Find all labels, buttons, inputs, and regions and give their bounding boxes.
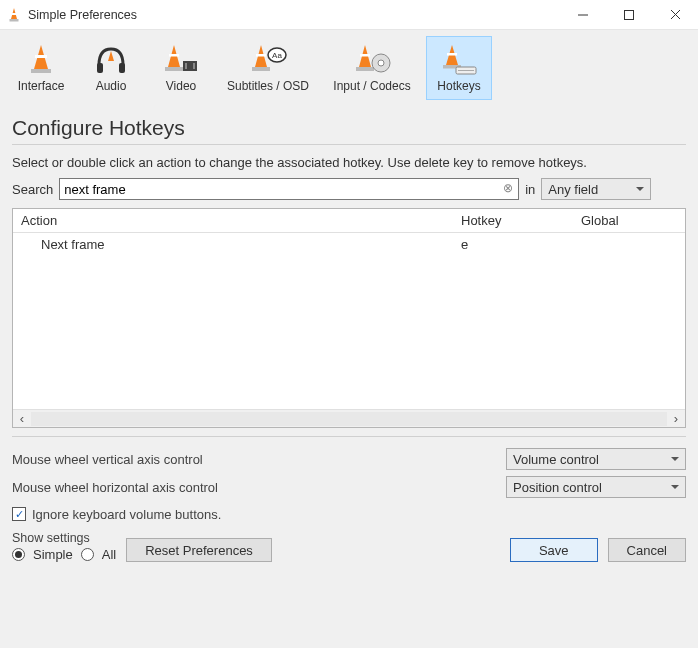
tab-hotkeys[interactable]: Hotkeys [426, 36, 492, 100]
tab-interface[interactable]: Interface [8, 36, 74, 100]
svg-rect-26 [356, 67, 374, 71]
window-title: Simple Preferences [28, 8, 560, 22]
divider [12, 436, 686, 437]
search-input[interactable] [59, 178, 519, 200]
svg-marker-12 [108, 51, 114, 61]
ignore-kb-label: Ignore keyboard volume buttons. [32, 507, 221, 522]
instruction-text: Select or double click an action to chan… [12, 155, 686, 170]
cone-icon [17, 41, 65, 77]
svg-rect-9 [31, 69, 51, 73]
table-body: Next frame e [13, 233, 685, 409]
select-value: Position control [513, 480, 602, 495]
radio-all[interactable] [81, 548, 94, 561]
minimize-button[interactable] [560, 0, 606, 30]
scroll-right-icon[interactable]: › [667, 411, 685, 426]
speech-cone-icon: Aa [244, 41, 292, 77]
search-row: Search ⊗ in Any field [12, 178, 686, 200]
film-cone-icon [157, 41, 205, 77]
cancel-button[interactable]: Cancel [608, 538, 686, 562]
mouse-vert-label: Mouse wheel vertical axis control [12, 452, 506, 467]
table-row[interactable]: Next frame e [13, 233, 685, 255]
content-area: Configure Hotkeys Select or double click… [0, 100, 698, 527]
tab-label: Interface [18, 79, 65, 93]
scroll-track[interactable] [31, 412, 667, 426]
titlebar: Simple Preferences [0, 0, 698, 30]
table-header: Action Hotkey Global [13, 209, 685, 233]
mouse-horiz-label: Mouse wheel horizontal axis control [12, 480, 506, 495]
disc-cone-icon [348, 41, 396, 77]
svg-rect-20 [256, 54, 266, 57]
close-button[interactable] [652, 0, 698, 30]
svg-rect-17 [185, 63, 187, 69]
svg-point-28 [378, 60, 384, 66]
radio-simple[interactable] [12, 548, 25, 561]
clear-search-icon[interactable]: ⊗ [501, 181, 515, 195]
page-heading: Configure Hotkeys [12, 116, 686, 140]
mouse-horiz-row: Mouse wheel horizontal axis control Posi… [12, 473, 686, 501]
col-global[interactable]: Global [573, 213, 685, 228]
tab-label: Video [166, 79, 196, 93]
svg-rect-4 [625, 10, 634, 19]
col-action[interactable]: Action [13, 213, 453, 228]
search-input-wrap: ⊗ [59, 178, 519, 200]
svg-rect-11 [119, 63, 125, 73]
tab-label: Hotkeys [437, 79, 480, 93]
app-icon [6, 7, 22, 23]
svg-rect-30 [447, 53, 457, 56]
show-settings-group: Show settings Simple All [12, 531, 116, 562]
search-field-select[interactable]: Any field [541, 178, 651, 200]
bottom-bar: Show settings Simple All Reset Preferenc… [0, 527, 698, 572]
tab-video[interactable]: Video [148, 36, 214, 100]
svg-rect-15 [165, 67, 183, 71]
svg-rect-1 [11, 13, 17, 15]
ignore-kb-row: ✓ Ignore keyboard volume buttons. [12, 501, 686, 527]
select-value: Volume control [513, 452, 599, 467]
maximize-button[interactable] [606, 0, 652, 30]
svg-rect-21 [252, 67, 270, 71]
tab-subtitles[interactable]: Aa Subtitles / OSD [218, 36, 318, 100]
svg-rect-10 [97, 63, 103, 73]
save-button[interactable]: Save [510, 538, 598, 562]
tab-audio[interactable]: Audio [78, 36, 144, 100]
search-label: Search [12, 182, 53, 197]
in-label: in [525, 182, 535, 197]
mouse-horiz-select[interactable]: Position control [506, 476, 686, 498]
svg-text:Aa: Aa [272, 51, 282, 60]
radio-simple-label: Simple [33, 547, 73, 562]
divider [12, 144, 686, 145]
ignore-kb-checkbox[interactable]: ✓ [12, 507, 26, 521]
keyboard-cone-icon [435, 41, 483, 77]
tab-label: Subtitles / OSD [227, 79, 309, 93]
col-hotkey[interactable]: Hotkey [453, 213, 573, 228]
horizontal-scrollbar[interactable]: ‹ › [13, 409, 685, 427]
cell-action: Next frame [13, 237, 453, 252]
svg-rect-25 [360, 54, 370, 57]
radio-all-label: All [102, 547, 116, 562]
tab-input-codecs[interactable]: Input / Codecs [322, 36, 422, 100]
svg-rect-18 [193, 63, 195, 69]
headphones-icon [87, 41, 135, 77]
svg-rect-2 [10, 19, 19, 22]
tab-label: Input / Codecs [333, 79, 410, 93]
show-settings-label: Show settings [12, 531, 116, 545]
svg-rect-8 [35, 55, 47, 58]
select-value: Any field [548, 182, 598, 197]
mouse-vert-select[interactable]: Volume control [506, 448, 686, 470]
mouse-vert-row: Mouse wheel vertical axis control Volume… [12, 445, 686, 473]
hotkey-table: Action Hotkey Global Next frame e ‹ › [12, 208, 686, 428]
svg-rect-14 [169, 54, 179, 57]
category-tabs: Interface Audio Video Aa Subtitles / OSD… [0, 30, 698, 100]
cell-hotkey: e [453, 237, 573, 252]
reset-preferences-button[interactable]: Reset Preferences [126, 538, 272, 562]
tab-label: Audio [96, 79, 127, 93]
scroll-left-icon[interactable]: ‹ [13, 411, 31, 426]
